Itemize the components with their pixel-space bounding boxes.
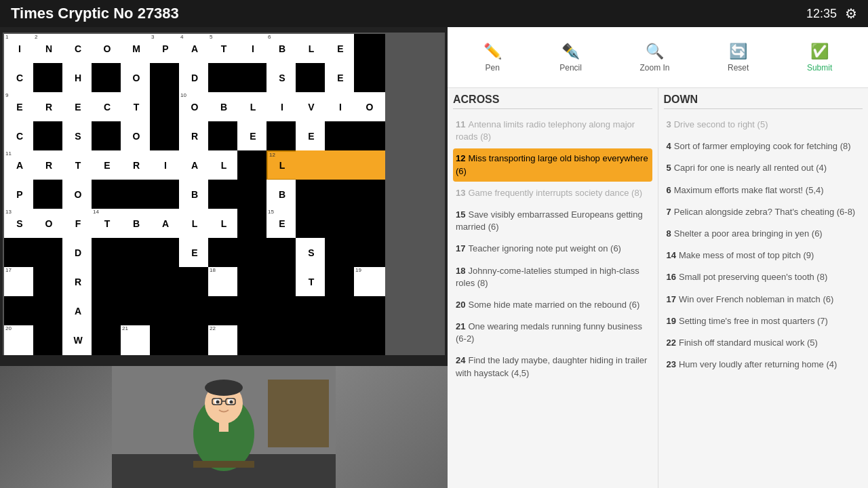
grid-cell[interactable] bbox=[354, 150, 385, 180]
grid-cell[interactable]: E bbox=[92, 150, 123, 180]
grid-cell[interactable] bbox=[150, 180, 181, 209]
grid-cell[interactable] bbox=[296, 150, 327, 180]
clue-item[interactable]: 22Finish off standard musical work (5) bbox=[664, 333, 863, 353]
grid-cell[interactable] bbox=[267, 267, 298, 297]
grid-cell[interactable] bbox=[92, 296, 123, 326]
grid-cell[interactable]: E bbox=[325, 34, 356, 64]
grid-cell[interactable] bbox=[92, 63, 123, 93]
grid-cell[interactable]: C bbox=[92, 92, 123, 122]
grid-cell[interactable] bbox=[92, 267, 123, 297]
clue-item[interactable]: 6Maximum efforts make flat worst! (5,4) bbox=[664, 180, 863, 201]
grid-cell[interactable]: L bbox=[208, 209, 239, 239]
grid-cell[interactable]: T bbox=[121, 92, 152, 122]
grid-cell[interactable]: P bbox=[4, 180, 35, 209]
grid-cell[interactable] bbox=[325, 296, 356, 326]
grid-cell[interactable]: 13S bbox=[4, 209, 35, 239]
grid-cell[interactable]: O bbox=[354, 92, 385, 122]
grid-cell[interactable] bbox=[267, 121, 298, 151]
grid-cell[interactable] bbox=[33, 121, 64, 151]
grid-cell[interactable]: I bbox=[325, 92, 356, 122]
grid-cell[interactable] bbox=[121, 267, 152, 297]
grid-cell[interactable]: 17 bbox=[4, 267, 35, 297]
grid-cell[interactable] bbox=[4, 238, 35, 268]
clue-item[interactable]: 13Game frequently interrupts society dan… bbox=[453, 183, 652, 203]
clue-item[interactable]: 21One wearing medals running funny busin… bbox=[453, 317, 652, 349]
grid-cell[interactable] bbox=[237, 63, 269, 93]
grid-cell[interactable] bbox=[354, 209, 385, 239]
grid-cell[interactable]: L bbox=[296, 34, 327, 64]
grid-cell[interactable]: W bbox=[62, 325, 94, 355]
grid-cell[interactable]: T bbox=[296, 267, 327, 297]
grid-cell[interactable]: 14T bbox=[92, 209, 123, 239]
grid-cell[interactable]: 10O bbox=[179, 92, 210, 122]
grid-cell[interactable] bbox=[354, 180, 385, 209]
grid-cell[interactable]: 3P bbox=[150, 34, 181, 64]
grid-cell[interactable]: I bbox=[150, 150, 181, 180]
clue-item[interactable]: 16Small pot preserving queen's tooth (8) bbox=[664, 267, 863, 287]
grid-cell[interactable]: T bbox=[62, 150, 94, 180]
grid-cell[interactable]: 21 bbox=[121, 325, 152, 355]
grid-cell[interactable]: 1I bbox=[4, 34, 35, 64]
grid-cell[interactable]: 19 bbox=[354, 267, 385, 297]
grid-cell[interactable]: O bbox=[121, 63, 152, 93]
clue-item[interactable]: 19Setting time's free in most quarters (… bbox=[664, 311, 863, 331]
grid-cell[interactable]: D bbox=[62, 238, 94, 268]
grid-cell[interactable] bbox=[179, 325, 210, 355]
grid-cell[interactable] bbox=[237, 325, 269, 355]
grid-cell[interactable]: F bbox=[62, 209, 94, 239]
grid-cell[interactable] bbox=[92, 180, 123, 209]
grid-cell[interactable] bbox=[179, 296, 210, 326]
zoom-in-button[interactable]: 🔍 Zoom In bbox=[634, 40, 675, 75]
grid-cell[interactable] bbox=[92, 325, 123, 355]
grid-cell[interactable]: O bbox=[33, 209, 64, 239]
grid-cell[interactable]: R bbox=[121, 150, 152, 180]
grid-cell[interactable] bbox=[237, 296, 269, 326]
grid-cell[interactable]: B bbox=[121, 209, 152, 239]
grid-cell[interactable]: 20 bbox=[4, 325, 35, 355]
grid-cell[interactable] bbox=[150, 296, 181, 326]
reset-button[interactable]: 🔄 Reset bbox=[722, 40, 754, 75]
grid-cell[interactable]: E bbox=[237, 121, 269, 151]
submit-button[interactable]: ✅ Submit bbox=[802, 40, 837, 75]
grid-cell[interactable]: O bbox=[62, 180, 94, 209]
grid-cell[interactable] bbox=[267, 296, 298, 326]
grid-cell[interactable] bbox=[296, 209, 327, 239]
grid-cell[interactable]: A bbox=[179, 150, 210, 180]
grid-cell[interactable] bbox=[354, 34, 385, 64]
grid-cell[interactable] bbox=[33, 63, 64, 93]
grid-cell[interactable] bbox=[237, 238, 269, 268]
clue-item[interactable]: 11Antenna limits radio telephony along m… bbox=[453, 115, 652, 147]
grid-cell[interactable] bbox=[121, 238, 152, 268]
grid-cell[interactable]: I bbox=[237, 34, 269, 64]
clue-item[interactable]: 20Some hide mate married on the rebound … bbox=[453, 295, 652, 315]
grid-cell[interactable]: E bbox=[62, 92, 94, 122]
grid-cell[interactable] bbox=[208, 180, 239, 209]
grid-cell[interactable] bbox=[179, 267, 210, 297]
pen-button[interactable]: ✏️ Pen bbox=[478, 40, 507, 75]
grid-cell[interactable]: O bbox=[92, 34, 123, 64]
grid-cell[interactable] bbox=[4, 296, 35, 326]
grid-cell[interactable]: S bbox=[62, 121, 94, 151]
grid-cell[interactable] bbox=[354, 296, 385, 326]
grid-cell[interactable] bbox=[325, 209, 356, 239]
grid-cell[interactable] bbox=[150, 238, 181, 268]
grid-cell[interactable] bbox=[325, 121, 356, 151]
grid-cell[interactable] bbox=[296, 63, 327, 93]
grid-cell[interactable] bbox=[121, 180, 152, 209]
grid-cell[interactable]: 18 bbox=[208, 267, 239, 297]
clue-item[interactable]: 4Sort of farmer employing cook for fetch… bbox=[664, 136, 863, 157]
clue-item[interactable]: 5Capri for one is nearly all rented out … bbox=[664, 158, 863, 178]
grid-cell[interactable] bbox=[296, 296, 327, 326]
grid-cell[interactable] bbox=[33, 267, 64, 297]
grid-cell[interactable]: R bbox=[33, 92, 64, 122]
grid-cell[interactable]: B bbox=[267, 180, 298, 209]
grid-cell[interactable] bbox=[296, 180, 327, 209]
grid-cell[interactable] bbox=[150, 92, 181, 122]
grid-cell[interactable]: B bbox=[208, 92, 239, 122]
grid-cell[interactable] bbox=[208, 238, 239, 268]
grid-cell[interactable]: A bbox=[62, 296, 94, 326]
grid-cell[interactable]: S bbox=[296, 238, 327, 268]
grid-cell[interactable]: C bbox=[62, 34, 94, 64]
grid-cell[interactable] bbox=[325, 150, 356, 180]
clue-item[interactable]: 7Pelican alongside zebra? That's cheatin… bbox=[664, 202, 863, 222]
